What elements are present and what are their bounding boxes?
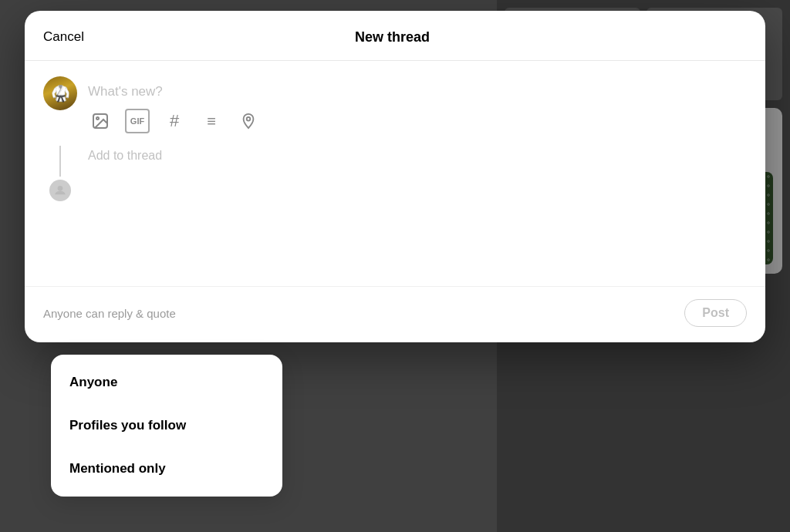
- connector-line-wrap: [43, 146, 77, 201]
- new-thread-modal: Cancel New thread 🥋 What's new?: [25, 11, 765, 342]
- svg-point-2: [247, 117, 251, 121]
- dropdown-item-profiles[interactable]: Profiles you follow: [51, 404, 282, 447]
- compose-row: 🥋 What's new? GIF: [43, 76, 747, 133]
- vertical-line: [59, 146, 61, 177]
- reply-setting-label[interactable]: Anyone can reply & quote: [43, 307, 176, 320]
- modal-title: New thread: [355, 29, 430, 45]
- toolbar: GIF # ≡: [88, 109, 747, 133]
- avatar-image: 🥋: [43, 76, 77, 110]
- svg-point-1: [96, 117, 99, 120]
- modal-body: 🥋 What's new? GIF: [25, 61, 765, 286]
- avatar-figure: 🥋: [51, 84, 70, 103]
- dropdown-item-anyone[interactable]: Anyone: [51, 361, 282, 404]
- post-button[interactable]: Post: [684, 299, 747, 327]
- compose-right: What's new? GIF # ≡: [88, 76, 747, 133]
- add-thread-row: Add to thread: [43, 146, 747, 201]
- compose-placeholder[interactable]: What's new?: [88, 84, 747, 99]
- list-icon[interactable]: ≡: [199, 109, 224, 133]
- cancel-button[interactable]: Cancel: [43, 26, 84, 48]
- hashtag-icon[interactable]: #: [162, 109, 187, 133]
- gif-icon[interactable]: GIF: [125, 109, 150, 133]
- user-avatar: 🥋: [43, 76, 77, 110]
- location-icon[interactable]: [236, 109, 261, 133]
- modal-overlay: Cancel New thread 🥋 What's new?: [0, 0, 790, 532]
- svg-point-3: [58, 186, 63, 191]
- dropdown-item-mentioned[interactable]: Mentioned only: [51, 447, 282, 490]
- add-to-thread-text[interactable]: Add to thread: [88, 149, 162, 163]
- modal-footer: Anyone can reply & quote Post: [25, 286, 765, 342]
- modal-header: Cancel New thread: [25, 11, 765, 61]
- image-icon[interactable]: [88, 109, 113, 133]
- add-thread-avatar: [49, 180, 71, 201]
- reply-dropdown-menu: Anyone Profiles you follow Mentioned onl…: [51, 355, 282, 497]
